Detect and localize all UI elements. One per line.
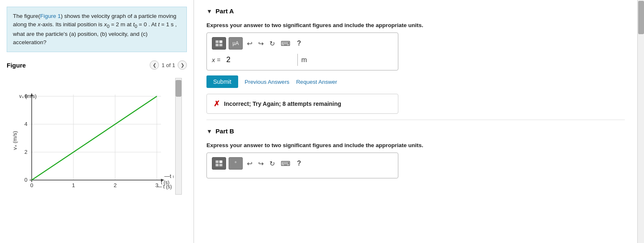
part-b-answer-box: ° ↩ ↪ ↻ ⌨ ? <box>206 153 398 178</box>
part-b-label: Part B <box>216 128 234 135</box>
error-icon: ✗ <box>214 99 220 108</box>
part-b-undo-icon: ↩ <box>247 160 252 168</box>
part-b-refresh-icon: ↻ <box>269 160 275 168</box>
figure-nav: ❮ 1 of 1 ❯ <box>150 60 187 70</box>
figure-page: 1 of 1 <box>161 62 175 68</box>
velocity-graph: 0 2 4 6 0 1 2 3 vₓ (m/s) —t (s) t (s) vₓ… <box>11 78 174 195</box>
right-panel: ▼ Part A Express your answer to two sign… <box>194 0 637 243</box>
svg-rect-31 <box>219 160 222 163</box>
part-a-input-row: x = <box>212 54 393 66</box>
svg-rect-27 <box>219 40 222 43</box>
part-a-toggle[interactable]: ▼ <box>206 8 212 15</box>
error-box: ✗ Incorrect; Try Again; 8 attempts remai… <box>206 94 398 114</box>
svg-rect-30 <box>216 160 219 163</box>
part-b-keyboard-button[interactable]: ⌨ <box>279 158 292 169</box>
problem-text: The figure(Figure 1) shows the velocity … <box>13 13 177 45</box>
graph-container: 0 2 4 6 0 1 2 3 vₓ (m/s) —t (s) t (s) vₓ… <box>11 78 174 195</box>
part-b-keyboard-icon: ⌨ <box>281 160 290 168</box>
svg-text:0: 0 <box>30 182 33 188</box>
part-a-section: ▼ Part A Express your answer to two sign… <box>206 0 625 120</box>
figure-1-link[interactable]: Figure 1 <box>40 13 61 19</box>
part-a-instruction: Express your answer to two significant f… <box>206 22 625 28</box>
matrix-icon <box>215 40 223 47</box>
svg-line-23 <box>32 96 157 180</box>
part-b-toggle[interactable]: ▼ <box>206 128 212 135</box>
part-b-instruction: Express your answer to two significant f… <box>206 142 625 148</box>
figure-title: Figure <box>7 62 26 69</box>
part-a-action-row: Submit Previous Answers Request Answer <box>206 75 625 88</box>
part-b-header: ▼ Part B <box>206 128 625 135</box>
svg-rect-32 <box>216 164 219 166</box>
svg-text:2: 2 <box>113 182 116 188</box>
part-a-unit-input[interactable] <box>298 55 373 65</box>
graph-scrollbar[interactable] <box>175 78 182 195</box>
previous-answers-link[interactable]: Previous Answers <box>245 79 289 85</box>
refresh-button[interactable]: ↻ <box>268 38 277 49</box>
part-b-matrix-icon <box>215 160 223 167</box>
part-b-redo-button[interactable]: ↪ <box>257 158 265 169</box>
mu-label: μA <box>233 40 239 46</box>
left-panel: The figure(Figure 1) shows the velocity … <box>0 0 194 243</box>
part-b-degree-label: ° <box>235 160 237 166</box>
redo-icon: ↪ <box>258 40 264 48</box>
right-scrollbar[interactable] <box>637 0 644 243</box>
svg-text:2: 2 <box>24 149 27 155</box>
keyboard-button[interactable]: ⌨ <box>279 38 292 49</box>
svg-text:vₓ (m/s): vₓ (m/s) <box>12 131 18 150</box>
svg-text:0: 0 <box>24 177 27 183</box>
svg-text:— t (s): — t (s) <box>157 184 172 190</box>
help-button[interactable]: ? <box>294 39 304 48</box>
figure-next-button[interactable]: ❯ <box>178 60 187 70</box>
part-a-label: Part A <box>216 8 234 15</box>
part-b-help-button[interactable]: ? <box>294 159 304 168</box>
svg-rect-29 <box>219 44 222 46</box>
part-b-section: ▼ Part B Express your answer to two sign… <box>206 120 625 178</box>
svg-rect-33 <box>219 164 222 166</box>
part-a-header: ▼ Part A <box>206 8 625 15</box>
part-b-toolbar: ° ↩ ↪ ↻ ⌨ ? <box>212 157 393 170</box>
keyboard-icon: ⌨ <box>281 40 290 48</box>
figure-header: Figure ❮ 1 of 1 ❯ <box>7 59 187 71</box>
svg-text:4: 4 <box>24 121 27 127</box>
matrix-button[interactable] <box>212 37 226 50</box>
part-b-matrix-button[interactable] <box>212 157 226 170</box>
part-a-answer-box: μA ↩ ↪ ↻ ⌨ ? x = <box>206 33 398 70</box>
svg-text:1: 1 <box>72 182 75 188</box>
graph-scrollbar-thumb[interactable] <box>176 80 181 97</box>
svg-rect-28 <box>216 44 219 46</box>
right-scrollbar-thumb[interactable] <box>638 1 644 34</box>
part-a-toolbar: μA ↩ ↪ ↻ ⌨ ? <box>212 37 393 50</box>
figure-prev-button[interactable]: ❮ <box>150 60 159 70</box>
svg-text:—t (s): —t (s) <box>164 173 174 179</box>
refresh-icon: ↻ <box>269 40 275 48</box>
undo-icon: ↩ <box>247 40 252 48</box>
part-b-redo-icon: ↪ <box>258 160 264 168</box>
svg-text:vₓ (m/s): vₓ (m/s) <box>19 93 37 99</box>
error-message: Incorrect; Try Again; 8 attempts remaini… <box>224 100 341 107</box>
svg-rect-26 <box>216 40 219 43</box>
part-a-input-label: x = <box>212 56 220 63</box>
part-a-value-input[interactable] <box>223 54 298 66</box>
part-b-refresh-button[interactable]: ↻ <box>268 158 277 169</box>
submit-button[interactable]: Submit <box>206 75 238 88</box>
graph-scroll-wrapper: 0 2 4 6 0 1 2 3 vₓ (m/s) —t (s) t (s) vₓ… <box>7 78 187 195</box>
undo-button[interactable]: ↩ <box>245 38 254 49</box>
problem-text-box: The figure(Figure 1) shows the velocity … <box>7 7 187 52</box>
part-b-degree-button[interactable]: ° <box>229 157 243 170</box>
redo-button[interactable]: ↪ <box>257 38 265 49</box>
request-answer-link[interactable]: Request Answer <box>296 79 337 85</box>
mu-button[interactable]: μA <box>229 37 243 50</box>
part-b-undo-button[interactable]: ↩ <box>245 158 254 169</box>
